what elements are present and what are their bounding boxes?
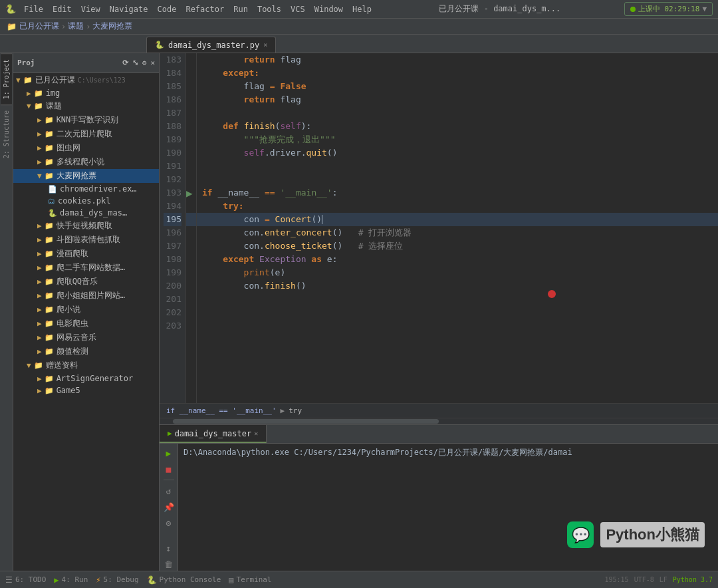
run-stop-btn[interactable]: ■ — [162, 462, 176, 476]
tree-knn-label: KNN手写数字识别 — [57, 114, 119, 126]
menu-tools[interactable]: Tools — [253, 3, 285, 15]
run-play-btn[interactable]: ▶ — [162, 446, 176, 460]
editor-scrollbar[interactable] — [160, 418, 718, 424]
menu-code[interactable]: Code — [154, 3, 181, 15]
tree-xiaoshuo[interactable]: ▶ 📁 爬小说 — [13, 303, 159, 317]
scrollbar-thumb[interactable] — [173, 419, 439, 424]
code-line-197: con.choose_ticket() # 选择座位 — [197, 239, 718, 253]
tree-cookies-label: cookies.pkl — [58, 196, 110, 206]
run-rerun-btn[interactable]: ↺ — [162, 484, 176, 498]
tree-knn[interactable]: ▶ 📁 KNN手写数字识别 — [13, 113, 159, 127]
menu-view[interactable]: View — [77, 3, 104, 15]
tree-artsign-label: ArtSignGenerator — [57, 374, 134, 383]
editor-and-run: 183 184 185 186 187 188 189 190 191 192 … — [160, 53, 718, 571]
tree-qq[interactable]: ▶ 📁 爬取QQ音乐 — [13, 275, 159, 289]
tree-damai[interactable]: ▼ 📁 大麦网抢票 — [13, 169, 159, 183]
qq-folder-icon: 📁 — [45, 277, 54, 286]
tree-img2[interactable]: ▶ 📁 二次元图片爬取 — [13, 127, 159, 141]
code-line-183: return flag — [197, 53, 718, 67]
tree-tuchong-label: 图虫网 — [57, 142, 80, 154]
menu-run[interactable]: Run — [229, 3, 252, 15]
run-tab-main[interactable]: ▶ damai_dys_master ✕ — [160, 425, 267, 443]
menu-file[interactable]: File — [20, 3, 47, 15]
menu-navigate[interactable]: Navigate — [106, 3, 152, 15]
code-line-203 — [197, 319, 718, 333]
tree-dianying[interactable]: ▶ 📁 电影爬虫 — [13, 317, 159, 331]
timer-badge[interactable]: 上课中 02:29:18 ▼ — [624, 2, 713, 16]
breadcrumb-item-2[interactable]: 大麦网抢票 — [92, 21, 132, 32]
breadcrumb-item-1[interactable]: 课题 — [68, 21, 84, 32]
linenum-193: 193 — [164, 186, 181, 200]
tree-wangyi[interactable]: ▶ 📁 网易云音乐 — [13, 331, 159, 345]
arrow-199 — [186, 266, 196, 279]
status-debug-btn[interactable]: ⚡ 5: Debug — [96, 575, 138, 585]
arrow-185 — [186, 80, 196, 93]
wechat-icon: 💬 — [567, 521, 594, 548]
status-python-console-btn[interactable]: 🐍 Python Console — [147, 575, 221, 585]
tree-zengsong[interactable]: ▼ 📁 赠送资料 — [13, 359, 159, 372]
tree-manhua[interactable]: ▶ 📁 漫画爬取 — [13, 247, 159, 261]
tree-game5[interactable]: ▶ 📁 Game5 — [13, 384, 159, 396]
status-todo[interactable]: ☰ 6: TODO — [5, 575, 46, 585]
tree-cookies[interactable]: 🗂 cookies.pkl — [13, 195, 159, 207]
tree-chrome[interactable]: 📄 chromedriver.ex… — [13, 183, 159, 195]
sidebar-sync-icon[interactable]: ⟳ — [122, 59, 128, 67]
tab-close-btn[interactable]: × — [263, 41, 267, 49]
menu-window[interactable]: Window — [310, 3, 347, 15]
tree-img2-label: 二次元图片爬取 — [57, 128, 112, 140]
run-filter-btn[interactable]: 🗑 — [162, 557, 176, 571]
menu-edit[interactable]: Edit — [49, 3, 76, 15]
menu-right: 上课中 02:29:18 ▼ — [624, 2, 713, 16]
menu-refactor[interactable]: Refactor — [181, 3, 228, 15]
tree-artsign[interactable]: ▶ 📁 ArtSignGenerator — [13, 372, 159, 384]
sidebar-gear-icon[interactable]: ⚙ — [142, 59, 147, 67]
tree-jiejie[interactable]: ▶ 📁 爬小姐姐图片网站… — [13, 289, 159, 303]
tree-img[interactable]: ▶ 📁 img — [13, 87, 159, 99]
bc-path-0[interactable]: if __name__ == '__main__' — [166, 406, 277, 415]
todo-icon: ☰ — [5, 575, 13, 585]
game5-folder-icon: 📁 — [45, 386, 54, 395]
tree-duoxian[interactable]: ▶ 📁 多线程爬小说 — [13, 155, 159, 169]
duoxian-folder-icon: 📁 — [45, 158, 54, 166]
tree-dou[interactable]: ▶ 📁 斗图啦表情包抓取 — [13, 233, 159, 247]
code-area[interactable]: return flag except: flag = False return … — [197, 53, 718, 403]
editor-tab-main[interactable]: 🐍 damai_dys_master.py × — [146, 37, 276, 53]
project-vtab[interactable]: 1: Project — [1, 53, 12, 104]
breadcrumb-item-0[interactable]: 已月公开课 — [19, 21, 59, 32]
run-scroll-btn[interactable]: ↕ — [162, 541, 176, 555]
run-tab-close[interactable]: ✕ — [254, 430, 258, 437]
arrow-196 — [186, 226, 196, 239]
run-pin-btn[interactable]: 📌 — [162, 500, 176, 514]
arrow-183 — [186, 53, 196, 67]
run-left-toolbar: ▶ ■ ↺ 📌 ⚙ ↕ 🗑 — [160, 444, 178, 571]
tree-ershou[interactable]: ▶ 📁 爬二手车网站数据… — [13, 261, 159, 275]
status-run-btn[interactable]: ▶ 4: Run — [54, 575, 88, 585]
wangyi-expand-icon: ▶ — [37, 333, 42, 342]
tree-tuchong[interactable]: ▶ 📁 图虫网 — [13, 141, 159, 155]
tree-img-label: img — [46, 88, 60, 98]
run-settings-btn[interactable]: ⚙ — [162, 516, 176, 529]
tree-kuaishou[interactable]: ▶ 📁 快手短视频爬取 — [13, 219, 159, 233]
sidebar-close-icon[interactable]: ✕ — [150, 59, 155, 67]
code-line-190: self.driver.quit() — [197, 146, 718, 160]
menu-help[interactable]: Help — [348, 3, 376, 15]
cookies-file-icon: 🗂 — [48, 197, 55, 206]
todo-label: 6: TODO — [15, 575, 46, 584]
code-line-188: def finish(self): — [197, 120, 718, 133]
tree-yanzhi[interactable]: ▶ 📁 颜值检测 — [13, 345, 159, 359]
img2-expand-icon: ▶ — [37, 130, 42, 138]
keti-folder-icon: 📁 — [34, 102, 43, 110]
status-terminal-btn[interactable]: ▤ Terminal — [229, 575, 271, 585]
ershou-folder-icon: 📁 — [45, 263, 54, 272]
linenum-183: 183 — [164, 53, 181, 67]
menu-vcs[interactable]: VCS — [287, 3, 309, 15]
arrow-191 — [186, 160, 196, 173]
structure-vtab[interactable]: 2: Structure — [1, 104, 12, 164]
tree-damai-py[interactable]: 🐍 damai_dys_mas… — [13, 207, 159, 219]
sidebar-expand-icon[interactable]: ⤡ — [132, 59, 138, 67]
tree-keti[interactable]: ▼ 📁 课题 — [13, 99, 159, 113]
timer-dropdown-icon[interactable]: ▼ — [702, 5, 707, 13]
linenum-194: 194 — [164, 200, 181, 213]
tree-root[interactable]: ▼ 📁 已月公开课 C:\Users\123 — [13, 73, 159, 87]
linenum-203: 203 — [164, 319, 181, 333]
